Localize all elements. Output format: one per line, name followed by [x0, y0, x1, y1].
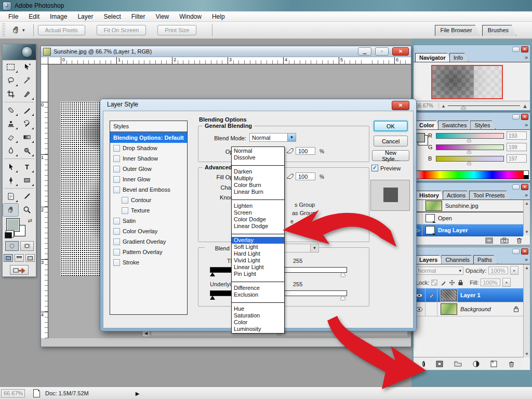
new-snapshot-icon[interactable]: [500, 237, 509, 244]
style-effect-item[interactable]: Outer Glow: [110, 164, 187, 174]
slider-flag-icon[interactable]: [286, 148, 294, 154]
blend-mode-option[interactable]: Screen: [232, 209, 284, 216]
blend-mode-option[interactable]: Hue: [232, 305, 284, 312]
opacity-spinner-icon[interactable]: ▸: [510, 266, 518, 275]
palette-tab[interactable]: Tool Presets: [469, 191, 511, 200]
visibility-eye-icon[interactable]: [416, 307, 423, 312]
dodge-tool[interactable]: [19, 144, 35, 157]
blend-mode-option[interactable]: Luminosity: [232, 326, 284, 332]
palette-tab[interactable]: Color: [415, 121, 440, 129]
ok-button[interactable]: OK: [374, 121, 408, 131]
menu-item[interactable]: Filter: [126, 12, 151, 21]
visibility-eye-icon[interactable]: [416, 293, 423, 298]
minimize-button[interactable]: ▁: [358, 47, 371, 56]
blending-options-default-item[interactable]: Blending Options: Default: [110, 132, 187, 143]
blend-mode-option[interactable]: Pin Light: [232, 271, 284, 282]
combo-arrow-icon[interactable]: ▼: [287, 134, 296, 141]
blend-mode-select[interactable]: Normal ▼: [249, 133, 296, 142]
zoom-out-icon[interactable]: ▲: [441, 103, 446, 109]
foreground-background-swatches[interactable]: [416, 133, 425, 142]
restore-button[interactable]: ▫: [375, 47, 389, 56]
style-effect-item[interactable]: Pattern Overlay: [110, 247, 187, 257]
close-icon[interactable]: ✕: [521, 114, 528, 120]
clone-stamp-tool[interactable]: [3, 117, 19, 130]
layer-thumbnail[interactable]: [441, 303, 457, 315]
trash-icon[interactable]: [516, 237, 523, 244]
lasso-tool[interactable]: [3, 74, 19, 87]
scroll-up-icon[interactable]: ▲: [525, 201, 529, 206]
minimize-icon[interactable]: [512, 249, 520, 254]
layer-row-background[interactable]: Background: [414, 302, 523, 316]
blend-mode-option[interactable]: Linear Dodge: [232, 223, 284, 234]
standard-mode-button[interactable]: [5, 241, 19, 251]
effect-checkbox[interactable]: [113, 249, 120, 256]
scroll-down-icon[interactable]: ▼: [525, 230, 529, 234]
blend-mode-option[interactable]: Dissolve: [232, 154, 284, 166]
new-layer-set-folder-icon[interactable]: [454, 361, 462, 367]
effect-checkbox[interactable]: [113, 155, 120, 162]
slice-tool[interactable]: [19, 87, 35, 101]
marquee-tool[interactable]: [3, 60, 19, 74]
path-selection-tool[interactable]: [3, 160, 19, 174]
black-white-swatches[interactable]: [524, 171, 528, 179]
lock-transparency-icon[interactable]: [431, 280, 437, 286]
palette-menu-icon[interactable]: »: [525, 122, 528, 128]
navigator-thumbnail[interactable]: [431, 65, 503, 99]
add-layer-mask-icon[interactable]: [436, 361, 443, 367]
style-effect-item[interactable]: Satin: [110, 216, 187, 226]
palette-tab[interactable]: Paths: [473, 255, 498, 264]
scroll-up-icon[interactable]: ▲: [525, 265, 529, 270]
effect-checkbox[interactable]: [113, 187, 120, 193]
eraser-tool[interactable]: [3, 130, 19, 144]
fill-value[interactable]: 100%: [481, 278, 500, 286]
style-effect-item[interactable]: Stroke: [110, 257, 187, 268]
layer-blend-mode-select[interactable]: Normal▾: [416, 267, 463, 275]
palette-menu-icon[interactable]: »: [525, 54, 528, 60]
palette-well-tab[interactable]: Brushes: [482, 25, 516, 36]
blur-tool[interactable]: [3, 144, 19, 157]
minimize-icon[interactable]: [512, 184, 520, 190]
palette-well-tab[interactable]: File Browser: [435, 25, 480, 36]
fullscreen-menubar-button[interactable]: [15, 254, 24, 262]
new-document-from-state-icon[interactable]: [485, 237, 493, 244]
blue-slider[interactable]: [436, 156, 504, 162]
view-button[interactable]: Actual Pixels: [38, 25, 85, 35]
slider-white-handle[interactable]: [340, 296, 345, 300]
brush-tool[interactable]: [19, 103, 35, 117]
blend-mode-option[interactable]: Lighten: [232, 203, 284, 209]
palette-tab[interactable]: History: [415, 191, 445, 200]
preview-checkbox-checked[interactable]: ✓: [371, 165, 378, 171]
style-effect-item[interactable]: Gradient Overlay: [110, 236, 187, 247]
history-state-row-selected[interactable]: ▷ Drag Layer: [414, 224, 523, 236]
new-layer-icon[interactable]: [490, 361, 497, 367]
crop-tool[interactable]: [3, 87, 19, 101]
minimize-icon[interactable]: [512, 114, 520, 119]
palette-tab[interactable]: Styles: [470, 121, 496, 129]
history-snapshot-row[interactable]: Sunshine.jpg: [414, 200, 523, 212]
adjustment-layer-icon[interactable]: [473, 361, 480, 367]
effect-checkbox[interactable]: [122, 197, 128, 204]
layer-name[interactable]: Background: [460, 306, 513, 312]
effect-checkbox[interactable]: [113, 218, 120, 224]
dialog-close-button[interactable]: ✕: [392, 101, 409, 110]
layers-scrollbar[interactable]: ▲▼: [523, 264, 530, 357]
blend-mode-option[interactable]: Hard Light: [232, 250, 284, 257]
blend-mode-option[interactable]: Linear Light: [232, 264, 284, 271]
healing-brush-tool[interactable]: [3, 103, 19, 117]
opacity-value[interactable]: 100%: [488, 267, 508, 274]
slider-flag-icon[interactable]: [286, 173, 294, 179]
layer-style-button[interactable]: ƒ: [422, 361, 425, 367]
move-tool[interactable]: [19, 60, 35, 74]
lock-paint-icon[interactable]: [440, 280, 446, 286]
effect-checkbox[interactable]: [113, 145, 120, 152]
lock-position-icon[interactable]: [449, 280, 455, 286]
blue-value[interactable]: 197: [507, 154, 527, 163]
blend-mode-option[interactable]: Exclusion: [232, 291, 284, 303]
effect-checkbox[interactable]: [122, 207, 128, 214]
close-button[interactable]: ✕: [392, 47, 409, 56]
default-colors-icon[interactable]: [5, 232, 12, 238]
style-effect-item[interactable]: Inner Glow: [110, 174, 187, 184]
effect-checkbox[interactable]: [113, 166, 120, 172]
menu-item[interactable]: Select: [98, 12, 126, 21]
slider-black-handle[interactable]: [210, 272, 215, 276]
